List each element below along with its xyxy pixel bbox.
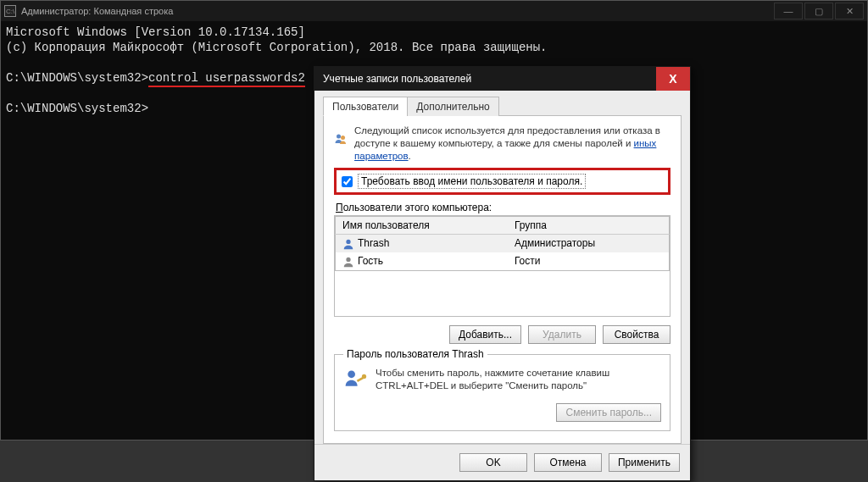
tab-advanced[interactable]: Дополнительно <box>407 97 498 116</box>
table-row[interactable]: Гость Гости <box>336 252 670 270</box>
change-password-button: Сменить пароль... <box>556 403 661 422</box>
svg-point-6 <box>362 374 366 379</box>
dialog-title: Учетные записи пользователей <box>323 73 656 85</box>
dialog-footer: OK Отмена Применить <box>314 444 690 480</box>
users-table: Имя пользователя Группа Thrash Администр… <box>335 216 670 271</box>
minimize-button[interactable]: — <box>774 3 803 19</box>
users-table-wrapper: Имя пользователя Группа Thrash Администр… <box>334 215 670 317</box>
svg-point-0 <box>337 134 341 138</box>
require-login-label[interactable]: Требовать ввод имени пользователя и паро… <box>358 174 586 189</box>
svg-point-1 <box>341 136 345 140</box>
cmd-entered-command: control userpasswords2 <box>148 71 305 87</box>
svg-point-3 <box>346 257 350 261</box>
password-groupbox: Пароль пользователя Thrash Чтобы сменить… <box>334 354 670 431</box>
password-legend: Пароль пользователя Thrash <box>343 348 487 360</box>
user-accounts-dialog: Учетные записи пользователей X Пользоват… <box>314 66 691 481</box>
properties-button[interactable]: Свойства <box>603 325 670 344</box>
cmd-prompt-1: C:\WINDOWS\system32>control userpassword… <box>6 71 305 87</box>
user-buttons-row: Добавить... Удалить Свойства <box>334 325 670 344</box>
user-icon <box>342 256 354 268</box>
require-login-checkbox[interactable] <box>342 176 353 187</box>
password-text: Чтобы сменить пароль, нажмите сочетание … <box>376 367 661 392</box>
cmd-title: Администратор: Командная строка <box>21 6 772 16</box>
svg-point-2 <box>346 240 350 244</box>
dialog-titlebar[interactable]: Учетные записи пользователей X <box>314 67 690 91</box>
cmd-prompt-2: C:\WINDOWS\system32> <box>6 102 148 115</box>
apply-button[interactable]: Применить <box>609 453 680 472</box>
close-button[interactable]: ✕ <box>835 3 864 19</box>
cmd-titlebar: C:\ Администратор: Командная строка — ▢ … <box>1 1 867 21</box>
svg-point-4 <box>348 370 355 378</box>
require-login-checkbox-row: Требовать ввод имени пользователя и паро… <box>334 168 670 195</box>
cmd-line-copyright: (c) Корпорация Майкрософт (Microsoft Cor… <box>6 41 548 54</box>
ok-button[interactable]: OK <box>459 453 527 472</box>
user-icon <box>342 238 354 250</box>
remove-button: Удалить <box>528 325 596 344</box>
cancel-button[interactable]: Отмена <box>534 453 602 472</box>
tab-users[interactable]: Пользователи <box>323 97 408 116</box>
users-icon <box>334 125 348 153</box>
col-header-user[interactable]: Имя пользователя <box>336 217 508 235</box>
dialog-panel: Следующий список используется для предос… <box>323 116 682 444</box>
intro-row: Следующий список используется для предос… <box>334 125 670 163</box>
add-button[interactable]: Добавить... <box>449 325 521 344</box>
users-list-label: Пользователи этого компьютера: <box>336 202 670 213</box>
col-header-group[interactable]: Группа <box>508 217 670 235</box>
table-row[interactable]: Thrash Администраторы <box>336 235 670 252</box>
close-icon[interactable]: X <box>656 67 690 91</box>
cmd-line-version: Microsoft Windows [Version 10.0.17134.16… <box>6 25 305 39</box>
cmd-icon: C:\ <box>4 5 16 17</box>
maximize-button[interactable]: ▢ <box>804 3 833 19</box>
dialog-tabs: Пользователи Дополнительно <box>323 96 682 116</box>
key-icon <box>343 367 367 396</box>
intro-text: Следующий список используется для предос… <box>354 125 670 163</box>
